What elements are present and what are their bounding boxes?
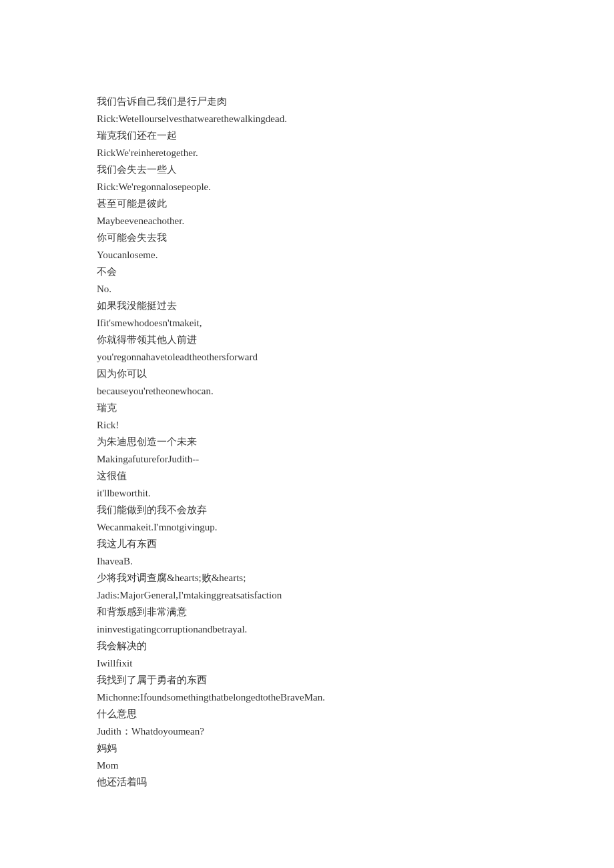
transcript-line: 瑞克	[97, 400, 517, 417]
transcript-line: 瑞克我们还在一起	[97, 127, 517, 145]
transcript-line: Rick:Wetellourselvesthatwearethewalkingd…	[97, 111, 517, 128]
transcript-line: RickWe'reinheretogether.	[97, 145, 517, 162]
transcript-line: 妈妈	[97, 740, 517, 757]
transcript-line: Iwillfixit	[97, 655, 517, 673]
transcript-line: Rick:We'regonnalosepeople.	[97, 179, 517, 196]
transcript-line: Wecanmakeit.I'mnotgivingup.	[97, 519, 517, 536]
transcript-line: 少将我对调查腐&hearts;败&hearts;	[97, 570, 517, 587]
transcript-line: 我找到了属于勇者的东西	[97, 672, 517, 689]
transcript-line: Mom	[97, 757, 517, 775]
transcript-line: 为朱迪思创造一个未来	[97, 434, 517, 451]
transcript-line: IhaveaB.	[97, 553, 517, 570]
transcript-line: 他还活着吗	[97, 774, 517, 791]
transcript-line: 如果我没能挺过去	[97, 298, 517, 315]
transcript-line: 你可能会失去我	[97, 230, 517, 247]
transcript-line: you'regonnahavetoleadtheothersforward	[97, 349, 517, 366]
transcript-line: No.	[97, 281, 517, 298]
transcript-body: 我们告诉自己我们是行尸走肉Rick:Wetellourselvesthatwea…	[97, 93, 517, 791]
transcript-line: 我们会失去一些人	[97, 161, 517, 179]
transcript-line: Michonne:Ifoundsomethingthatbelongedtoth…	[97, 689, 517, 707]
transcript-line: becauseyou'retheonewhocan.	[97, 383, 517, 400]
transcript-line: 我们能做到的我不会放弃	[97, 502, 517, 519]
transcript-line: 什么意思	[97, 706, 517, 723]
transcript-line: Judith：Whatdoyoumean?	[97, 723, 517, 741]
transcript-line: Ifit'smewhodoesn'tmakeit,	[97, 315, 517, 332]
transcript-line: 这很值	[97, 468, 517, 485]
transcript-line: 你就得带领其他人前进	[97, 332, 517, 349]
transcript-line: Jadis:MajorGeneral,I'mtakinggreatsatisfa…	[97, 587, 517, 604]
document-page: 我们告诉自己我们是行尸走肉Rick:Wetellourselvesthatwea…	[0, 0, 614, 858]
transcript-line: it'llbeworthit.	[97, 485, 517, 502]
transcript-line: ininvestigatingcorruptionandbetrayal.	[97, 621, 517, 638]
transcript-line: Rick!	[97, 417, 517, 434]
transcript-line: 和背叛感到非常满意	[97, 604, 517, 621]
transcript-line: 我这儿有东西	[97, 536, 517, 553]
transcript-line: 我们告诉自己我们是行尸走肉	[97, 93, 517, 111]
transcript-line: 不会	[97, 264, 517, 281]
transcript-line: 因为你可以	[97, 366, 517, 383]
transcript-line: Maybeeveneachother.	[97, 213, 517, 230]
transcript-line: Youcanloseme.	[97, 247, 517, 264]
transcript-line: 我会解决的	[97, 638, 517, 655]
transcript-line: MakingafutureforJudith--	[97, 451, 517, 468]
transcript-line: 甚至可能是彼此	[97, 195, 517, 213]
